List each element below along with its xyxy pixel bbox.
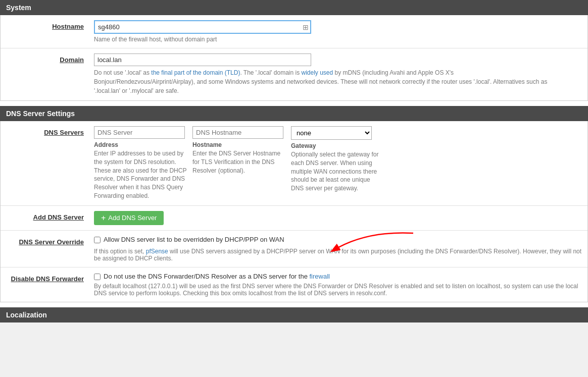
hostname-input-wrapper: ⊞ bbox=[94, 20, 311, 34]
domain-content: Do not use '.local' as the final part of… bbox=[91, 53, 587, 95]
add-dns-label: Add DNS Server bbox=[1, 211, 91, 221]
dns-hostname-input[interactable] bbox=[192, 126, 283, 139]
add-dns-content: + Add DNS Server bbox=[91, 211, 587, 225]
disable-forwarder-label: Disable DNS Forwarder bbox=[1, 273, 91, 283]
dns-gateway-col: none Gateway Optionally select the gatew… bbox=[291, 126, 384, 193]
dns-override-row: DNS Server Override Allow DNS bbox=[1, 231, 587, 267]
dns-override-checkbox-label[interactable]: Allow DNS server list to be overridden b… bbox=[104, 236, 284, 243]
plus-icon: + bbox=[101, 214, 106, 222]
dns-section-body: DNS Servers Address Enter IP addresses t… bbox=[0, 121, 588, 302]
localization-section-title: Localization bbox=[6, 311, 47, 319]
dns-server-input[interactable] bbox=[94, 126, 185, 139]
domain-info-link2: widely used bbox=[302, 69, 333, 76]
address-col-desc: Enter IP addresses to be used by the sys… bbox=[94, 149, 187, 200]
domain-label: Domain bbox=[1, 53, 91, 64]
disable-forwarder-label-text: Do not use the DNS Forwarder/DNS Resolve… bbox=[104, 273, 309, 280]
domain-info: Do not use '.local' as the final part of… bbox=[94, 68, 549, 95]
dns-override-content: Allow DNS server list to be overridden b… bbox=[91, 236, 587, 262]
disable-forwarder-checkbox-label[interactable]: Do not use the DNS Forwarder/DNS Resolve… bbox=[104, 273, 330, 280]
page-wrapper: System Hostname ⊞ Name of the firewall h… bbox=[0, 0, 588, 322]
domain-info-link1: the final part of the domain (TLD) bbox=[151, 69, 240, 76]
gateway-col-label: Gateway bbox=[291, 142, 384, 149]
disable-forwarder-row: Disable DNS Forwarder Do not use the DNS… bbox=[1, 267, 587, 302]
gateway-col-desc: Optionally select the gateway for each D… bbox=[291, 150, 384, 193]
dns-servers-grid: Address Enter IP addresses to be used by… bbox=[94, 126, 587, 200]
dns-section-header: DNS Server Settings bbox=[0, 106, 588, 121]
system-section-title: System bbox=[6, 4, 31, 12]
dns-override-label: DNS Server Override bbox=[1, 236, 91, 246]
disable-forwarder-help: By default localhost (127.0.0.1) will be… bbox=[94, 283, 587, 297]
disable-forwarder-content: Do not use the DNS Forwarder/DNS Resolve… bbox=[91, 273, 587, 297]
hostname-col-label: Hostname bbox=[192, 141, 286, 148]
hostname-help: Name of the firewall host, without domai… bbox=[94, 36, 587, 43]
system-section-body: Hostname ⊞ Name of the firewall host, wi… bbox=[0, 15, 588, 101]
dns-servers-content: Address Enter IP addresses to be used by… bbox=[91, 126, 587, 200]
dns-servers-label: DNS Servers bbox=[1, 126, 91, 136]
hostname-content: ⊞ Name of the firewall host, without dom… bbox=[91, 20, 587, 43]
add-dns-row: Add DNS Server + Add DNS Server bbox=[1, 206, 587, 231]
dns-servers-row: DNS Servers Address Enter IP addresses t… bbox=[1, 121, 587, 206]
dns-override-checkbox[interactable] bbox=[94, 237, 101, 243]
add-dns-button-label: Add DNS Server bbox=[108, 214, 157, 222]
dns-address-col: Address Enter IP addresses to be used by… bbox=[94, 126, 187, 200]
hostname-label: Hostname bbox=[1, 20, 91, 30]
firewall-link: firewall bbox=[309, 273, 329, 280]
localization-section-header: Localization bbox=[0, 307, 588, 322]
domain-input[interactable] bbox=[94, 53, 311, 66]
domain-row: Domain Do not use '.local' as the final … bbox=[1, 48, 587, 100]
disable-forwarder-checkbox-row: Do not use the DNS Forwarder/DNS Resolve… bbox=[94, 273, 587, 280]
dns-gateway-select[interactable]: none bbox=[291, 126, 372, 140]
add-dns-button[interactable]: + Add DNS Server bbox=[94, 211, 164, 225]
arrow-container: Allow DNS server list to be overridden b… bbox=[94, 236, 587, 246]
address-col-label: Address bbox=[94, 141, 187, 148]
system-section-header: System bbox=[0, 0, 588, 15]
pfsense-link: pfSense bbox=[146, 248, 168, 255]
hostname-input[interactable] bbox=[94, 20, 311, 34]
hostname-col-desc: Enter the DNS Server Hostname for TLS Ve… bbox=[192, 149, 286, 175]
dns-section-title: DNS Server Settings bbox=[6, 110, 75, 118]
red-arrow-icon bbox=[325, 231, 416, 258]
dns-hostname-col: Hostname Enter the DNS Server Hostname f… bbox=[192, 126, 286, 175]
hostname-row: Hostname ⊞ Name of the firewall host, wi… bbox=[1, 15, 587, 48]
disable-forwarder-checkbox[interactable] bbox=[94, 274, 101, 280]
